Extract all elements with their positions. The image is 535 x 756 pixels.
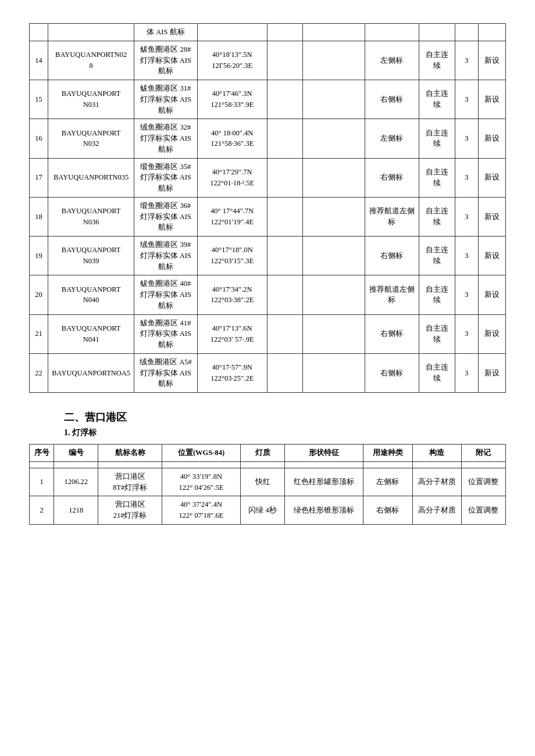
col-struct: 构造 (412, 445, 461, 462)
table-row: 20 BAYUQUANPORTN040 鲅鱼圈港区 40#灯浮标实体 AIS 航… (30, 275, 506, 314)
table-row: 体 AIS 航标 (30, 24, 506, 41)
col-usage: 用途种类 (363, 445, 412, 462)
table-row: 17 BAYUQUANPORTN035 缎鱼圈港区 35#灯浮标实体 AIS 航… (30, 158, 506, 197)
section2-subtitle: 1. 灯浮标 (64, 428, 506, 438)
table-row: 19 BAYUQUANPORTN039 绒鱼圈港区 39#灯浮标实体 AIS 航… (30, 237, 506, 275)
col-shape: 形状特征 (285, 445, 363, 462)
col-name: 航标名称 (98, 445, 162, 462)
table-row: 1 1206.22 营口港区8T#灯浮标 40° 33′19″.8N122° 0… (30, 468, 506, 496)
table-row: 15 BAYUQUANPORTN031 鲅鱼圈港区 31#灯浮标实体 AIS 航… (30, 80, 506, 119)
table-row: 21 BAYUQUANPORTN041 鲅鱼圈港区 41#灯浮标实体 AIS 航… (30, 314, 506, 353)
bottom-table: 序号 编号 航标名称 位置(WGS-84) 灯质 形状特征 用途种类 构造 附记… (29, 444, 506, 525)
table-row: 22 BAYUQUANPORTNOA5 绒鱼圈港区 A5#灯浮标实体 AIS 航… (30, 353, 506, 392)
table-row: 2 1218 营口港区21#灯浮标 40° 37′24″.4N122° 07′1… (30, 496, 506, 525)
table-row: 18 BAYUQUANPORTN036 缎鱼圈港区 36#灯浮标实体 AIS 航… (30, 197, 506, 236)
cell-name: 体 AIS 航标 (134, 24, 198, 41)
table-header-row: 序号 编号 航标名称 位置(WGS-84) 灯质 形状特征 用途种类 构造 附记 (30, 445, 506, 462)
table-row (30, 461, 506, 468)
col-seq: 序号 (30, 445, 54, 462)
col-pos: 位置(WGS-84) (162, 445, 240, 462)
col-note: 附记 (461, 445, 505, 462)
top-table: 体 AIS 航标 14 BAYUQUANPORTN028 鲅鱼圈港区 28#灯浮… (29, 23, 506, 393)
col-light: 灯质 (241, 445, 285, 462)
section2-title: 二、营口港区 (64, 410, 506, 424)
table-row: 16 BAYUQUANPORTN032 绒鱼圈港区 32#灯浮标实体 AIS 航… (30, 119, 506, 158)
table-row: 14 BAYUQUANPORTN028 鲅鱼圈港区 28#灯浮标实体 AIS 航… (30, 41, 506, 80)
col-code: 编号 (54, 445, 98, 462)
